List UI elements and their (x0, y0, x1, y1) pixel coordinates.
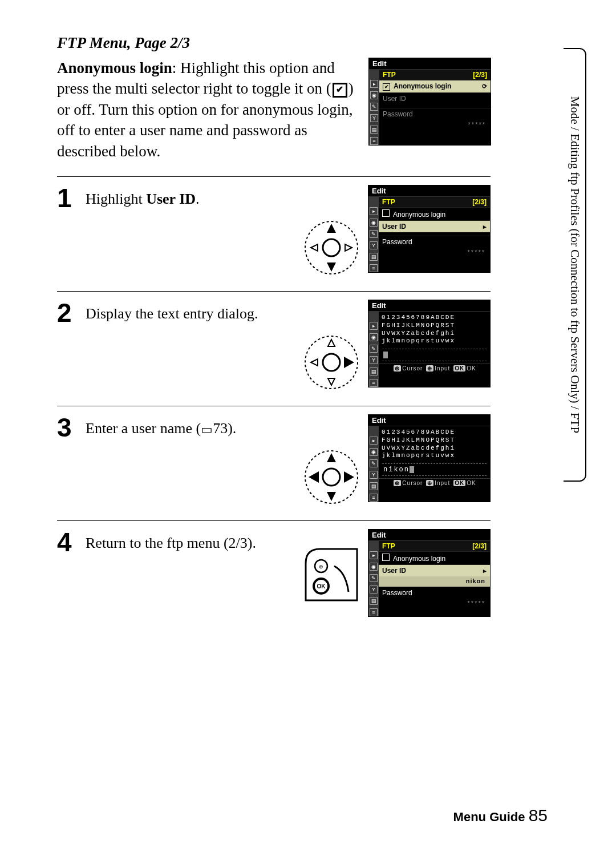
lcd-foot: ⊗Cursor ⊕Input OKOK (379, 364, 490, 373)
step-4-text: Return to the ftp menu (2/3). (86, 529, 303, 552)
row: FGHIJKLMNOPQRST (382, 437, 455, 443)
char-grid: 0123456789ABCDE FGHIJKLMNOPQRST UVWXYZab… (379, 312, 490, 346)
side-tab: Mode / Editing ftp Profiles (for Connect… (564, 48, 586, 482)
separator (57, 520, 491, 521)
svg-marker-15 (327, 492, 336, 501)
step-num: 4 (57, 529, 78, 555)
char-grid: 0123456789ABCDE FGHIJKLMNOPQRST UVWXYZab… (379, 426, 490, 461)
lcd-row-user-hl: User ID▸ (379, 220, 490, 232)
separator (57, 291, 491, 292)
lcd-text-entry-empty: Edit ▸◉✎Y▤≡ 0123456789ABCDE FGHIJKLMNOPQ… (368, 300, 491, 387)
l: FTP (382, 542, 395, 550)
step-2: 2 Display the text entry dialog. Edi (57, 300, 491, 391)
lcd-row-anon: Anonymous login (379, 207, 490, 220)
step-1-text: Highlight User ID. (86, 185, 303, 208)
page-footer: Menu Guide 85 (453, 806, 548, 825)
page-content: FTP Menu, Page 2/3 Anonymous login: High… (57, 34, 548, 802)
checkbox-icon: ✔ (333, 83, 347, 98)
step-num: 1 (57, 185, 78, 211)
svg-point-7 (323, 354, 340, 371)
svg-text:⊕: ⊕ (319, 564, 323, 570)
lcd-pass-mask: ***** (379, 120, 491, 130)
svg-marker-9 (328, 378, 335, 385)
lcd-page: [2/3] (473, 71, 487, 79)
lcd-row-anon: Anonymous login⟳ (379, 80, 491, 92)
multi-selector-icon (303, 219, 360, 276)
step-3-text: Enter a user name (▭73). (86, 414, 303, 437)
step-1: 1 Highlight User ID. (57, 185, 491, 276)
lcd-iconcol: ▸◉✎Y▤≡ (369, 70, 379, 145)
lcd-text-entry-nikon: Edit ▸◉✎Y▤≡ 0123456789ABCDE FGHIJKLMNOPQ… (368, 414, 491, 502)
lcd-userid: Edit ▸◉✎Y▤≡ FTP[2/3] Anonymous login Use… (368, 185, 491, 273)
l: Anonymous login (393, 555, 445, 563)
l: User ID (382, 567, 406, 575)
lcd-user-label: User ID (383, 95, 406, 103)
user-id-value: nikon (379, 576, 490, 587)
lcd-row-user: User ID (379, 92, 491, 104)
step-num: 3 (57, 414, 78, 441)
svg-marker-2 (327, 224, 336, 233)
row: UVWXYZabcdefghi (382, 445, 455, 451)
svg-marker-5 (345, 244, 352, 251)
lcd-foot: ⊗Cursor ⊕Input OKOK (379, 478, 490, 488)
separator (57, 176, 491, 177)
step-2-text: Display the text entry dialog. (86, 300, 303, 322)
row: FGHIJKLMNOPQRST (382, 322, 455, 329)
lcd-anon-label: Anonymous login (394, 82, 451, 90)
multi-selector-right-icon (303, 334, 360, 391)
separator (57, 406, 491, 406)
step-4: 4 Return to the ftp menu (2/3). ⊕ OK E (57, 529, 491, 617)
entry-field: nikon (382, 463, 487, 476)
l: ***** (379, 599, 490, 609)
f: Input (435, 480, 450, 486)
section-title: FTP Menu, Page 2/3 (57, 34, 548, 52)
svg-marker-17 (344, 471, 354, 483)
svg-marker-3 (327, 263, 336, 272)
lcd-final: Edit ▸◉✎Y▤≡ FTP[2/3] Anonymous login Use… (368, 529, 491, 617)
l: Password (382, 238, 412, 246)
footer-label: Menu Guide (453, 810, 525, 824)
f: OK (467, 480, 476, 486)
l: FTP (382, 198, 395, 206)
lcd-row-pass: Password (379, 236, 490, 248)
svg-marker-8 (328, 340, 335, 346)
f: OK (467, 365, 476, 371)
l: ***** (379, 248, 490, 258)
lcd-anon-on: Edit ▸◉✎Y▤≡ FTP[2/3] Anonymous login⟳ Us… (368, 58, 491, 146)
row: jklmnopqrstuvwx (382, 337, 455, 344)
svg-marker-16 (309, 471, 319, 483)
intro-text: Anonymous login: Highlight this option a… (57, 58, 359, 161)
row: 0123456789ABCDE (382, 429, 455, 435)
l: User ID (382, 223, 406, 231)
svg-text:OK: OK (317, 583, 326, 589)
ref: 73 (213, 420, 228, 437)
side-tab-text: Mode / Editing ftp Profiles (for Connect… (568, 96, 582, 433)
entry-value: nikon (383, 466, 410, 474)
l: Anonymous login (393, 211, 445, 219)
l: Edit (368, 415, 490, 426)
l: Edit (368, 530, 490, 541)
row: jklmnopqrstuvwx (382, 452, 455, 459)
row: UVWXYZabcdefghi (382, 330, 455, 337)
lcd-edit: Edit (368, 185, 490, 197)
f: Cursor (402, 365, 423, 371)
l: Edit (368, 300, 490, 312)
f: Input (435, 365, 450, 371)
intro-block: Anonymous login: Highlight this option a… (57, 58, 548, 161)
lcd-pass-label: Password (383, 110, 413, 118)
multi-selector-icon (303, 449, 360, 506)
f: Cursor (402, 480, 423, 486)
l: [2/3] (472, 542, 487, 550)
lcd-ftp: FTP (383, 71, 396, 79)
step-num: 2 (57, 300, 78, 326)
lcd-edit: Edit (369, 58, 491, 70)
t-bold: User ID (146, 191, 196, 207)
l: Password (382, 589, 412, 597)
footer-page: 85 (529, 806, 548, 825)
row: 0123456789ABCDE (382, 314, 455, 321)
t: Enter a user name ( (86, 420, 201, 437)
entry-field (382, 349, 487, 361)
svg-marker-4 (311, 244, 318, 251)
svg-point-1 (323, 239, 340, 256)
manual-ref-icon: ▭ (201, 422, 213, 437)
